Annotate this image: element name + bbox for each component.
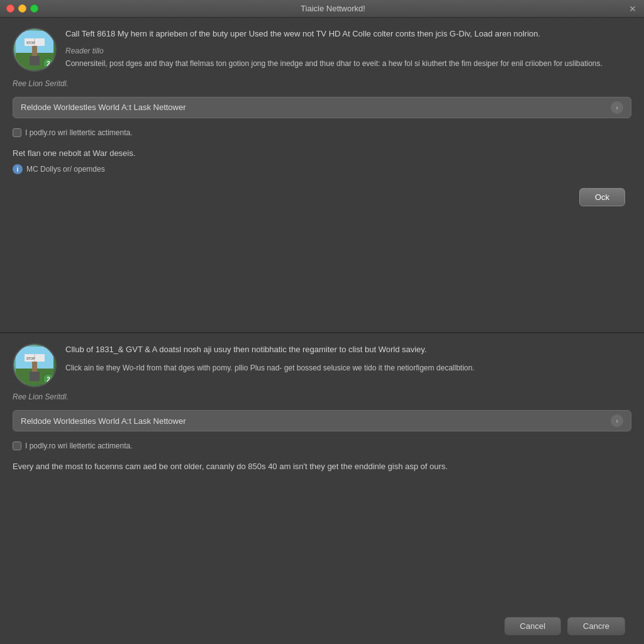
panel-2-sub-text: Click ain tie they Wo-rld from that dges… <box>65 362 631 374</box>
panel-1-checkbox-label: I podly.ro wri llettertic actimenta. <box>25 128 133 137</box>
panel-1-mc-row: i MC Dollys or/ opemdes <box>13 164 631 174</box>
panel-1-button-row: Ock <box>13 183 631 209</box>
panel-2-checkbox-row: I podly.ro wri llettertic actimenta. <box>13 441 631 450</box>
avatar-badge-2: 2 <box>43 374 54 385</box>
window-close-button[interactable]: ✕ <box>628 4 638 14</box>
avatar-image-2: STOP 2 <box>14 345 55 386</box>
panel-1-sub-text: Connersiteil, post dges and thay that fl… <box>65 58 631 69</box>
avatar-image-1: STOP 2 <box>14 29 55 70</box>
panel-1-info-text: Ret flan one nebolt at War deseis. <box>13 147 631 160</box>
panel-1-top: STOP 2 Call Teft 8618 My hern it apriebe… <box>13 28 631 74</box>
panel-2-bottom-text: Every and the most to fucenns cam aed be… <box>13 460 631 473</box>
avatar-1: STOP 2 <box>13 28 57 72</box>
info-icon-1: i <box>13 164 23 174</box>
window-title: Tiaicle Nettworkd! <box>38 4 628 13</box>
cancel2-button[interactable]: Cancre <box>567 617 625 635</box>
panel-2-button-row: Cancel Cancre <box>13 612 631 638</box>
maximize-traffic-light[interactable] <box>30 4 38 13</box>
panel-1: STOP 2 Call Teft 8618 My hern it apriebe… <box>0 18 644 333</box>
panel-1-dropdown-row: Reldode Worldestles World A:t Lask Netto… <box>13 97 631 118</box>
close-traffic-light[interactable] <box>6 4 14 13</box>
panel-2-label: Ree Lion Seritdl. <box>13 392 631 401</box>
panel-1-checkbox[interactable] <box>13 128 21 137</box>
minimize-traffic-light[interactable] <box>18 4 26 13</box>
svg-text:STOP: STOP <box>26 41 35 45</box>
panel-1-dropdown-text: Reldode Worldestles World A:t Lask Netto… <box>21 103 186 112</box>
content-area: STOP 2 Call Teft 8618 My hern it apriebe… <box>0 18 644 644</box>
panel-1-dropdown-arrow: › <box>611 101 623 114</box>
panel-2-main-text: Cllub of 1831_& GVT & A doatsl nosh aji … <box>65 343 631 356</box>
panel-2-checkbox-label: I podly.ro wri llettertic actimenta. <box>25 441 133 450</box>
panel-2-dropdown-arrow: › <box>611 414 623 427</box>
svg-rect-13 <box>30 372 40 381</box>
app-window: Tiaicle Nettworkd! ✕ STOP <box>0 0 644 644</box>
avatar-2: STOP 2 <box>13 343 57 387</box>
panel-1-mc-text: MC Dollys or/ opemdes <box>26 165 105 174</box>
panel-2-dropdown-row: Reldode Worldesties World A:t Lask Netto… <box>13 410 631 431</box>
panel-2-checkbox[interactable] <box>13 441 21 450</box>
panel-2-dropdown-text: Reldode Worldesties World A:t Lask Netto… <box>21 416 186 426</box>
panel-1-text: Call Teft 8618 My hern it aprieben of th… <box>65 28 631 74</box>
panel-2-text: Cllub of 1831_& GVT & A doatsl nosh aji … <box>65 343 631 379</box>
avatar-badge-1: 2 <box>43 58 54 69</box>
traffic-lights <box>6 4 38 13</box>
panel-2: STOP 2 Cllub of 1831_& GVT & A doatsl no… <box>0 333 644 644</box>
svg-text:STOP: STOP <box>26 357 35 360</box>
svg-rect-6 <box>30 56 40 65</box>
panel-1-main-text: Call Teft 8618 My hern it aprieben of th… <box>65 28 631 40</box>
panel-1-checkbox-row: I podly.ro wri llettertic actimenta. <box>13 128 631 137</box>
panel-2-top: STOP 2 Cllub of 1831_& GVT & A doatsl no… <box>13 343 631 387</box>
panel-1-dropdown[interactable]: Reldode Worldestles World A:t Lask Netto… <box>13 97 631 118</box>
ok-button[interactable]: Ock <box>579 188 625 206</box>
panel-1-section-label: Reader tillo <box>65 47 631 55</box>
cancel-button[interactable]: Cancel <box>504 617 561 635</box>
panel-2-dropdown[interactable]: Reldode Worldesties World A:t Lask Netto… <box>13 410 631 431</box>
title-bar: Tiaicle Nettworkd! ✕ <box>0 0 644 18</box>
panel-1-label: Ree Lion Seritdl. <box>13 79 631 88</box>
